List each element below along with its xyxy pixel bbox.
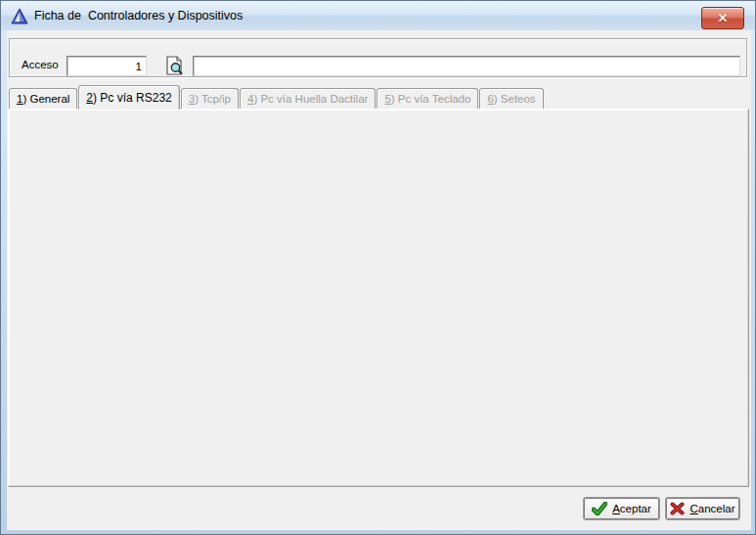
cancel-label: ancelar: [698, 503, 735, 514]
tab-label: ) Pc vía RS232: [93, 91, 172, 105]
tab-label: ) Pc vía Teclado: [391, 93, 471, 105]
tab-accel: 2: [86, 91, 93, 105]
titlebar[interactable]: Ficha de Controladores y Dispositivos ✕: [1, 1, 756, 30]
cancel-accel: C: [689, 503, 697, 514]
app-pyramid-icon: [11, 8, 28, 25]
tab-4-pc-v-a-huella-dactilar: 4) Pc vía Huella Dactilar: [240, 88, 376, 109]
tab-label: ) Pc vía Huella Dactilar: [253, 93, 368, 105]
access-number-input[interactable]: [67, 56, 147, 76]
access-description-input[interactable]: [193, 56, 740, 76]
tab-3-tcp-ip: 3) Tcp/ip: [181, 88, 239, 109]
search-record-button[interactable]: [163, 55, 185, 76]
tab-page-rs232: [8, 109, 749, 487]
tab-1-general[interactable]: 1) General: [9, 88, 77, 109]
document-magnifier-icon: [163, 55, 185, 76]
tab-6-seteos: 6) Seteos: [479, 88, 543, 109]
dialog-window: Ficha de Controladores y Dispositivos ✕ …: [0, 0, 756, 535]
tab-label: ) Seteos: [494, 93, 536, 105]
red-x-icon: [670, 502, 685, 515]
cancel-button[interactable]: Cancelar: [666, 498, 739, 519]
access-panel: Acceso: [9, 38, 747, 77]
tab-label: ) Tcp/ip: [195, 93, 231, 105]
close-icon: ✕: [718, 12, 729, 24]
dialog-client-area: Acceso 1) General2) Pc vía RS2323) Tcp/i…: [7, 30, 751, 530]
close-button[interactable]: ✕: [701, 7, 744, 29]
tab-label: ) General: [22, 93, 69, 105]
tab-strip: 1) General2) Pc vía RS2323) Tcp/ip4) Pc …: [9, 85, 545, 110]
window-title: Ficha de Controladores y Dispositivos: [34, 1, 243, 30]
access-label: Acceso: [22, 59, 59, 70]
tab-5-pc-v-a-teclado: 5) Pc vía Teclado: [377, 88, 478, 109]
accept-accel: A: [612, 503, 620, 514]
accept-label: ceptar: [620, 503, 651, 514]
accept-button[interactable]: Aceptar: [584, 498, 659, 519]
tab-2-pc-v-a-rs232[interactable]: 2) Pc vía RS232: [78, 85, 179, 110]
green-check-icon: [592, 502, 607, 515]
